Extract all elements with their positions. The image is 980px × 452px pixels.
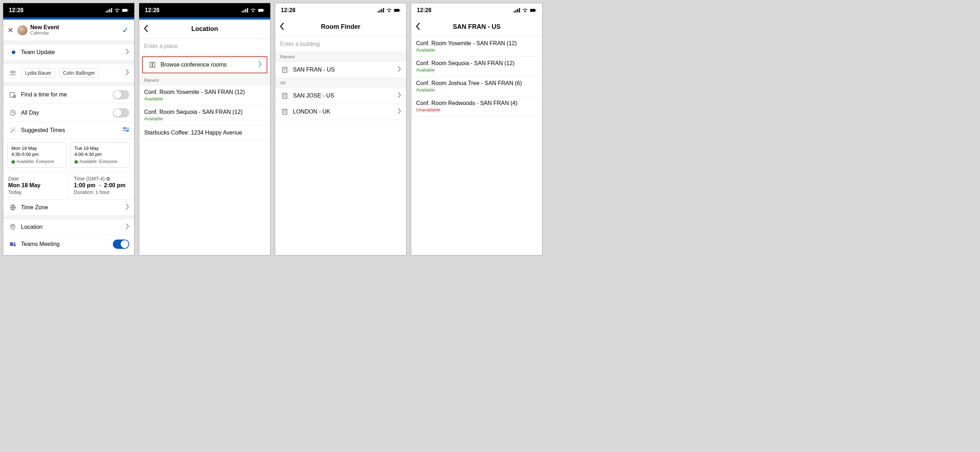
- building-icon: [280, 92, 290, 99]
- back-button[interactable]: [280, 23, 290, 31]
- status-icons: [106, 8, 129, 13]
- screen-room-finder: 12:28 Room Finder Enter a building Recen…: [275, 3, 407, 256]
- page-title: Location: [153, 25, 256, 33]
- date-time-row: Date Mon 18 May Today Time (GMT-4) ✿ 1:0…: [3, 172, 134, 200]
- svg-point-21: [124, 127, 125, 129]
- suggested-times-row[interactable]: Suggested Times: [3, 122, 134, 139]
- navbar: SAN FRAN - US: [411, 18, 542, 37]
- date-sub: Today: [8, 189, 64, 195]
- chevron-right-icon: [398, 108, 401, 115]
- screen-room-list: 12:28 SAN FRAN - US Conf. Room Yosemite …: [411, 3, 542, 256]
- battery-icon: [530, 8, 536, 13]
- building-item[interactable]: SAN JOSE - US: [275, 88, 406, 104]
- teams-meeting-row[interactable]: Teams Meeting: [3, 235, 134, 253]
- signal-icon: [514, 8, 520, 13]
- room-status: Available: [416, 87, 537, 92]
- room-item[interactable]: Conf. Room Redwoods - SAN FRAN (4) Unava…: [411, 97, 542, 116]
- status-time: 12:28: [145, 7, 159, 14]
- confirm-icon[interactable]: ✓: [121, 25, 130, 35]
- svg-point-19: [14, 130, 15, 131]
- sliders-icon[interactable]: [123, 126, 129, 134]
- recent-place-item[interactable]: Starbucks Coffee: 1234 Happy Avenue: [139, 125, 270, 140]
- location-label: Location: [18, 224, 126, 230]
- arrow-right-icon: →: [97, 182, 102, 189]
- teams-toggle[interactable]: [113, 240, 129, 249]
- time-end: 2:00 pm: [104, 182, 125, 189]
- suggested-label: Suggested Times: [18, 127, 123, 134]
- building-item[interactable]: LONDON - UK: [275, 104, 406, 120]
- room-name: Conf. Room Joshua Tree - SAN FRAN (6): [416, 80, 537, 86]
- location-search-input[interactable]: Enter a place: [139, 39, 270, 54]
- event-title-row[interactable]: Team Update: [3, 45, 134, 60]
- card-avail: Available: Everyone: [80, 159, 117, 165]
- recent-room-item[interactable]: Conf. Room Yosemite - SAN FRAN (12) Avai…: [139, 86, 270, 105]
- chevron-right-icon: [258, 61, 262, 68]
- building-name: LONDON - UK: [290, 108, 398, 115]
- clock-icon: [8, 110, 18, 116]
- find-time-row[interactable]: Find a time for me: [3, 86, 134, 104]
- room-status: Unavailable: [416, 107, 537, 113]
- check-dot-icon: [11, 160, 15, 164]
- building-item[interactable]: SAN FRAN - US: [275, 62, 406, 78]
- globe-icon: [8, 204, 18, 211]
- back-button[interactable]: [415, 23, 425, 31]
- location-row[interactable]: Location: [3, 219, 134, 235]
- chevron-right-icon: [126, 204, 129, 211]
- timezone-row[interactable]: Time Zone: [3, 200, 134, 216]
- battery-icon: [122, 8, 129, 13]
- close-icon[interactable]: ✕: [8, 26, 18, 35]
- calendar-search-icon: [8, 91, 18, 98]
- attendee-pill[interactable]: Colin Ballinger: [59, 68, 99, 78]
- building-icon: [280, 108, 290, 115]
- check-dot-icon: [75, 160, 78, 164]
- status-time: 12:28: [281, 7, 296, 14]
- browse-rooms-row[interactable]: Browse conference rooms: [143, 57, 267, 73]
- browse-rooms-highlight: Browse conference rooms: [142, 56, 267, 73]
- wifi-icon: [114, 8, 120, 13]
- building-search-input[interactable]: Enter a building: [275, 37, 406, 52]
- status-bar: 12:28: [139, 3, 270, 18]
- building-icon: [280, 67, 290, 73]
- room-status: Available: [144, 96, 265, 102]
- browse-label: Browse conference rooms: [157, 62, 258, 68]
- screen-location: 12:28 Location Enter a place Browse conf…: [139, 3, 270, 256]
- wand-icon: [8, 127, 18, 134]
- event-header: ✕ New Event Calendar ✓: [3, 19, 134, 41]
- recent-section-label: Recent: [139, 75, 270, 86]
- recent-room-item[interactable]: Conf. Room Sequoia - SAN FRAN (12) Avail…: [139, 105, 270, 125]
- attendee-pill[interactable]: Lydia Bauer: [21, 68, 55, 78]
- status-bar: 12:28: [275, 3, 406, 18]
- suggested-time-card[interactable]: Mon 18 May 4:30-5:00 pm Available: Every…: [8, 142, 67, 168]
- all-day-row[interactable]: All Day: [3, 104, 134, 122]
- card-range: 4:00-4:30 pm: [75, 151, 126, 158]
- back-button[interactable]: [143, 25, 153, 33]
- svg-rect-25: [10, 242, 13, 246]
- status-time: 12:28: [9, 7, 24, 14]
- page-title: SAN FRAN - US: [425, 23, 528, 30]
- screen-new-event: 12:28 ✕ New Event Calendar ✓ Team Update…: [3, 3, 135, 256]
- suggested-time-card[interactable]: Tue 19 May 4:00-4:30 pm Available: Every…: [70, 142, 130, 168]
- avatar: [18, 25, 27, 35]
- event-title: Team Update: [18, 49, 126, 56]
- svg-point-13: [11, 71, 13, 73]
- room-item[interactable]: Conf. Room Sequoia - SAN FRAN (12) Avail…: [411, 57, 542, 76]
- date-cell[interactable]: Date Mon 18 May Today: [3, 172, 69, 199]
- all-day-toggle[interactable]: [113, 108, 129, 118]
- card-range: 4:30-5:00 pm: [11, 151, 63, 158]
- time-cell[interactable]: Time (GMT-4) ✿ 1:00 pm → 2:00 pm Duratio…: [69, 172, 135, 199]
- room-status: Available: [416, 67, 537, 73]
- attendees-row[interactable]: Lydia Bauer Colin Ballinger: [3, 64, 134, 82]
- svg-rect-27: [14, 244, 16, 246]
- chevron-right-icon: [398, 66, 401, 73]
- room-item[interactable]: Conf. Room Joshua Tree - SAN FRAN (6) Av…: [411, 76, 542, 97]
- svg-point-22: [127, 130, 128, 131]
- status-bar: 12:28: [411, 3, 542, 18]
- room-item[interactable]: Conf. Room Yosemite - SAN FRAN (12) Avai…: [411, 37, 542, 57]
- battery-icon: [394, 8, 401, 13]
- svg-rect-15: [10, 92, 14, 97]
- time-sub: Duration: 1 hour: [74, 189, 130, 195]
- find-time-toggle[interactable]: [113, 90, 129, 99]
- location-icon: [8, 224, 18, 230]
- timezone-label: Time Zone: [18, 204, 126, 211]
- navbar: Location: [139, 19, 270, 39]
